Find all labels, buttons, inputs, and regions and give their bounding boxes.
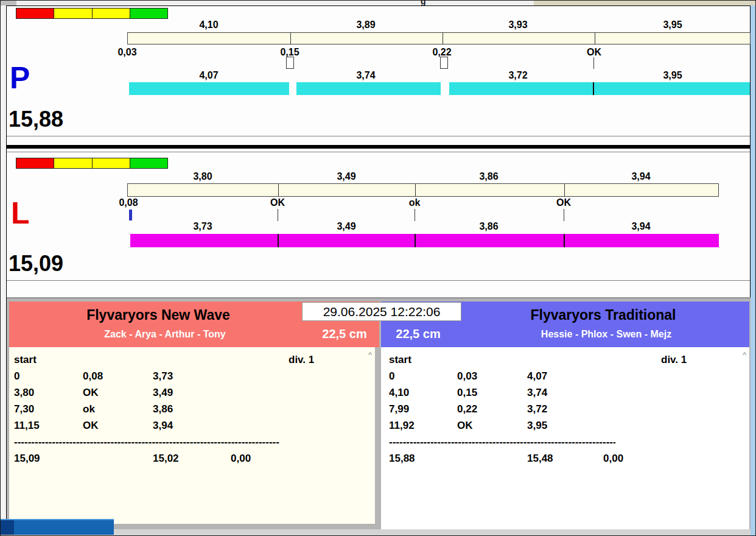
table-row: 7,30 ok 3,86 xyxy=(9,403,375,420)
taskbar-button-icon-area xyxy=(1,520,14,535)
dashed-separator: ----------------------------------------… xyxy=(389,436,615,448)
team-right-results-table[interactable]: ^ start div. 1 0 0,03 4,07 4,10 0,15 3,7… xyxy=(381,347,749,531)
division-label: div. 1 xyxy=(661,354,687,366)
sum-leg-times: 15,02 xyxy=(153,453,179,465)
application-window: 4,10 3,89 3,93 3,95 0,03 0,15 0,22 OK 4,… xyxy=(0,0,756,536)
bar-divider xyxy=(278,234,279,247)
table-row: 0 0,08 3,73 xyxy=(9,370,375,387)
clipped-text-fragment: g xyxy=(421,1,426,5)
split-label: 0,03 xyxy=(106,47,149,58)
segment-time-label: 3,49 xyxy=(322,221,371,232)
lane-p-letter: P xyxy=(10,63,30,93)
changeover-result: 0,03 xyxy=(457,370,477,383)
lane-p-total-time: 15,88 xyxy=(9,108,63,130)
penalty-marker-box xyxy=(286,57,294,69)
split-label: OK xyxy=(573,47,615,58)
cumulative-time: 4,10 xyxy=(389,387,409,399)
total-time: 15,09 xyxy=(14,453,40,465)
total-time: 15,88 xyxy=(389,453,415,465)
team-size-label: 22,5 cm xyxy=(312,327,377,341)
changeover-result: 0,08 xyxy=(83,370,103,383)
bottom-edge-strip xyxy=(1,529,756,536)
lane-p-lower-bar-segment xyxy=(449,82,593,95)
background-taskbar-button[interactable] xyxy=(1,519,114,535)
separator-row: ----------------------------------------… xyxy=(9,436,375,453)
section-divider-thick xyxy=(7,145,750,149)
leg-time: 3,74 xyxy=(527,387,547,399)
segment-time-label: 3,94 xyxy=(617,171,665,182)
segment-time-label: 3,94 xyxy=(617,221,665,232)
cumulative-time: 11,15 xyxy=(14,420,40,432)
split-tick xyxy=(415,209,415,221)
penalty-marker-box xyxy=(440,57,448,69)
team-members: Zack - Arya - Arthur - Tony xyxy=(9,329,321,340)
table-header-row: start div. 1 xyxy=(381,354,749,370)
bar-tick xyxy=(595,33,595,44)
lane-p-lower-bar-segment xyxy=(296,82,441,95)
split-label: OK xyxy=(256,197,299,208)
segment-time-label: 3,74 xyxy=(341,70,390,81)
totals-row: 15,09 15,02 0,00 xyxy=(9,453,375,469)
cumulative-time: 7,99 xyxy=(389,403,409,415)
leg-time: 3,49 xyxy=(153,387,173,399)
red-light xyxy=(16,9,54,18)
bar-tick xyxy=(564,184,565,196)
segment-time-label: 3,86 xyxy=(464,171,513,182)
yellow-light xyxy=(93,9,130,18)
segment-time-label: 3,93 xyxy=(494,19,542,30)
table-row: 11,15 OK 3,94 xyxy=(9,420,375,436)
bar-tick xyxy=(278,184,279,196)
datetime-display: 29.06.2025 12:22:06 xyxy=(302,302,461,321)
changeover-result: ok xyxy=(83,403,95,415)
table-row: 4,10 0,15 3,74 xyxy=(381,387,749,403)
bar-tick xyxy=(415,184,416,196)
results-panel: Flyvaryors New Wave Zack - Arya - Arthur… xyxy=(7,297,751,529)
desktop-edge-strip xyxy=(751,5,756,536)
split-tick xyxy=(564,209,564,221)
division-label: div. 1 xyxy=(289,354,314,366)
split-label: 0,08 xyxy=(107,197,150,208)
bar-tick xyxy=(290,33,291,44)
status-lights-p xyxy=(16,8,168,19)
bar-tick xyxy=(443,33,443,44)
lane-l-letter: L xyxy=(11,198,30,228)
totals-row: 15,88 15,48 0,00 xyxy=(381,453,749,469)
leg-time: 3,94 xyxy=(153,420,173,432)
red-light xyxy=(16,158,54,168)
sum-leg-times: 15,48 xyxy=(527,453,553,465)
table-header-row: start div. 1 xyxy=(9,354,375,370)
green-light xyxy=(130,9,167,18)
yellow-light xyxy=(93,158,130,168)
segment-time-label: 3,72 xyxy=(494,70,542,81)
changeover-result: OK xyxy=(83,387,99,399)
team-left-results-table[interactable]: ^ start div. 1 0 0,08 3,73 3,80 OK 3,49 … xyxy=(9,347,375,524)
lane-l-total-time: 15,09 xyxy=(9,253,63,275)
lane-l-upper-bar xyxy=(127,183,719,197)
team-name: Flyvaryors Traditional xyxy=(466,307,740,323)
changeover-result: 0,15 xyxy=(457,387,477,399)
segment-time-label: 3,49 xyxy=(322,171,371,182)
segment-time-label: 3,80 xyxy=(178,171,227,182)
changeover-result: OK xyxy=(83,420,99,432)
section-divider-line xyxy=(7,152,750,152)
dashed-separator: ----------------------------------------… xyxy=(14,436,279,448)
leg-time: 3,86 xyxy=(153,403,173,415)
table-row: 0 0,03 4,07 xyxy=(381,370,749,387)
section-divider-line xyxy=(7,136,750,136)
green-light xyxy=(130,158,167,168)
segment-time-label: 3,95 xyxy=(648,70,697,81)
section-divider-line xyxy=(7,280,750,281)
lane-p-upper-bar xyxy=(127,32,751,44)
cumulative-time: 0 xyxy=(14,370,19,383)
cumulative-time: 0 xyxy=(389,370,394,383)
start-marker-tick xyxy=(129,210,132,220)
leg-time: 3,95 xyxy=(527,420,547,432)
team-name: Flyvaryors New Wave xyxy=(9,307,307,323)
separator-row: ----------------------------------------… xyxy=(381,436,749,453)
segment-time-label: 3,95 xyxy=(648,19,697,30)
segment-time-label: 3,73 xyxy=(178,221,227,232)
top-corner-fragment xyxy=(1,1,16,5)
split-tick xyxy=(278,209,278,221)
changeover-result: OK xyxy=(457,420,473,432)
start-label: start xyxy=(14,354,37,366)
